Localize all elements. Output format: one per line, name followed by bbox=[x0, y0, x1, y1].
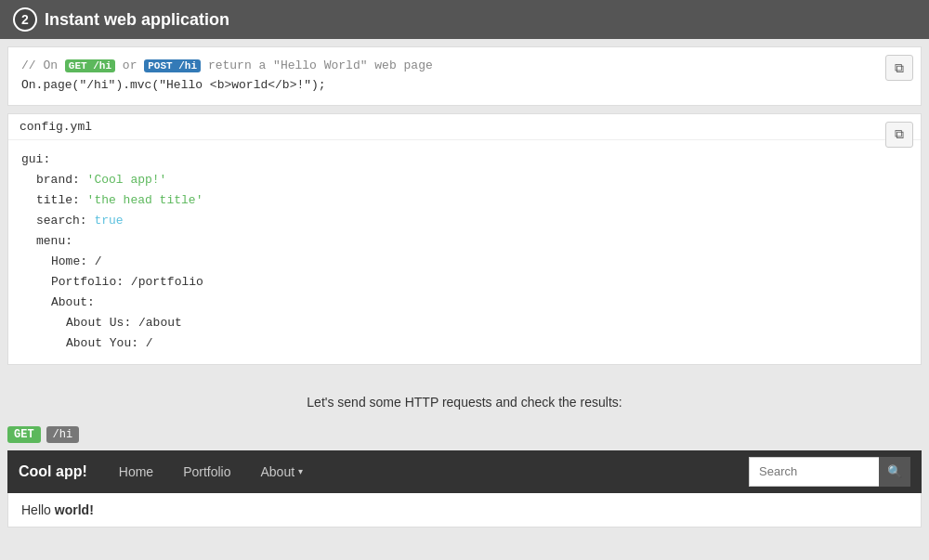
copy-icon: ⧉ bbox=[895, 60, 904, 76]
search-input[interactable] bbox=[749, 457, 879, 487]
search-icon: 🔍 bbox=[887, 464, 902, 478]
sim-navbar: Cool app! Home Portfolio About▾ 🔍 bbox=[7, 450, 922, 493]
code-line-comment: // On GET /hi or POST /hi return a "Hell… bbox=[21, 57, 908, 76]
yaml-line-portfolio: Portfolio: /portfolio bbox=[21, 272, 908, 293]
badge-path: /hi bbox=[46, 426, 80, 443]
search-button[interactable]: 🔍 bbox=[879, 457, 910, 487]
section-title: Instant web application bbox=[45, 10, 229, 30]
config-block: config.yml gui: brand: 'Cool app!' title… bbox=[7, 113, 922, 365]
copy-icon-2: ⧉ bbox=[895, 126, 904, 142]
yaml-line-menu: menu: bbox=[21, 231, 908, 252]
result-text-prefix: Hello bbox=[21, 502, 55, 517]
code-line-2: On.page("/hi").mvc("Hello <b>world</b>!"… bbox=[21, 76, 908, 96]
config-filename: config.yml bbox=[8, 114, 921, 140]
navbar-links: Home Portfolio About▾ bbox=[106, 450, 749, 493]
http-row: GET /hi bbox=[0, 423, 929, 450]
code-block-1: // On GET /hi or POST /hi return a "Hell… bbox=[7, 46, 922, 106]
step-badge: 2 bbox=[13, 7, 37, 32]
navbar-brand: Cool app! bbox=[19, 463, 87, 480]
yaml-line-title: title: 'the head title' bbox=[21, 190, 908, 211]
nav-link-home[interactable]: Home bbox=[106, 450, 166, 493]
yaml-line-brand: brand: 'Cool app!' bbox=[21, 170, 908, 190]
yaml-line-search: search: true bbox=[21, 211, 908, 231]
tag-get-hi: GET /hi bbox=[65, 59, 115, 72]
yaml-line-gui: gui: bbox=[21, 150, 908, 170]
config-code: gui: brand: 'Cool app!' title: 'the head… bbox=[8, 140, 921, 364]
badge-get: GET bbox=[7, 426, 41, 443]
nav-link-about[interactable]: About▾ bbox=[247, 450, 316, 493]
copy-button-1[interactable]: ⧉ bbox=[885, 55, 913, 81]
page-wrapper: 2 Instant web application // On GET /hi … bbox=[0, 0, 929, 560]
section-header: 2 Instant web application bbox=[0, 0, 929, 39]
search-area: 🔍 bbox=[749, 457, 910, 487]
nav-link-portfolio[interactable]: Portfolio bbox=[170, 450, 243, 493]
result-box: Hello world! bbox=[7, 493, 922, 527]
yaml-line-about-us: About Us: /about bbox=[21, 313, 908, 333]
middle-text: Let's send some HTTP requests and check … bbox=[0, 372, 929, 423]
yaml-line-about: About: bbox=[21, 293, 908, 313]
yaml-line-about-you: About You: / bbox=[21, 333, 908, 354]
copy-button-2[interactable]: ⧉ bbox=[885, 122, 913, 148]
yaml-line-home: Home: / bbox=[21, 252, 908, 272]
tag-post-hi: POST /hi bbox=[144, 59, 201, 72]
result-text-bold: world! bbox=[55, 502, 94, 517]
